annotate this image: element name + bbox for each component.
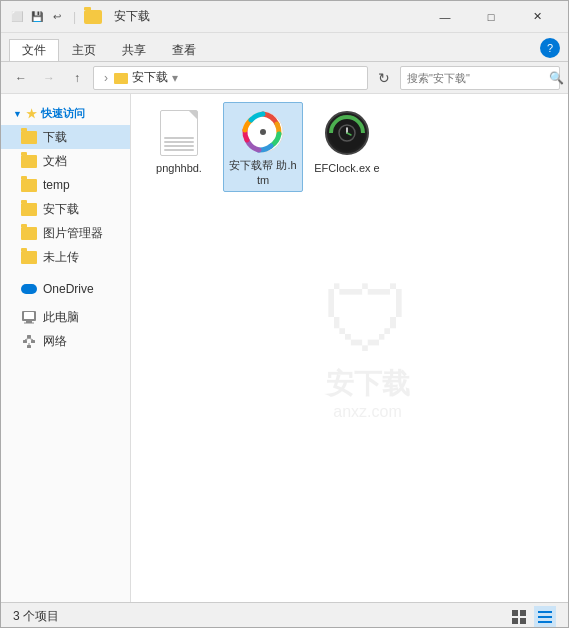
svg-rect-5 — [23, 340, 27, 343]
path-end-chevron: ▾ — [172, 71, 178, 85]
svg-rect-18 — [520, 610, 526, 616]
quick-access-star: ★ — [26, 107, 37, 121]
window-controls[interactable]: — □ ✕ — [422, 1, 560, 33]
sidebar-item-network[interactable]: 网络 — [1, 329, 130, 353]
sidebar-item-thispc[interactable]: 此电脑 — [1, 305, 130, 329]
sidebar-item-network-label: 网络 — [43, 333, 67, 350]
svg-rect-7 — [27, 345, 31, 348]
file-label-efclock: EFClock.ex e — [314, 161, 379, 175]
ribbon-tabs: 文件 主页 共享 查看 ? — [1, 33, 568, 61]
tab-home[interactable]: 主页 — [59, 39, 109, 61]
sidebar-item-thispc-label: 此电脑 — [43, 309, 79, 326]
address-path[interactable]: › 安下载 ▾ — [93, 66, 368, 90]
new-window-icon: ⬜ — [9, 9, 25, 25]
path-chevron: › — [104, 71, 108, 85]
save-icon: 💾 — [29, 9, 45, 25]
status-bar: 3 个项目 — [1, 602, 568, 628]
sidebar-item-anxz-label: 安下载 — [43, 201, 79, 218]
sidebar-item-temp-label: temp — [43, 178, 70, 192]
quick-access-chevron: ▼ — [13, 109, 22, 119]
svg-rect-19 — [512, 618, 518, 624]
sidebar-item-documents[interactable]: 文档 — [1, 149, 130, 173]
tab-view[interactable]: 查看 — [159, 39, 209, 61]
folder-icon-anxz — [21, 203, 37, 216]
search-input[interactable] — [407, 72, 545, 84]
sidebar-item-anxz[interactable]: 安下载 — [1, 197, 130, 221]
refresh-button[interactable]: ↻ — [372, 66, 396, 90]
file-item-pnghhbd[interactable]: pnghhbd. — [139, 102, 219, 192]
up-button[interactable]: ↑ — [65, 66, 89, 90]
file-icon-htm — [239, 109, 287, 154]
forward-button[interactable]: → — [37, 66, 61, 90]
folder-icon-upload — [21, 251, 37, 264]
svg-rect-21 — [538, 611, 552, 613]
sidebar-item-imgmgr[interactable]: 图片管理器 — [1, 221, 130, 245]
file-item-efclock[interactable]: EFClock.ex e — [307, 102, 387, 192]
tab-share[interactable]: 共享 — [109, 39, 159, 61]
svg-rect-4 — [27, 335, 31, 338]
svg-rect-22 — [538, 616, 552, 618]
title-bar-icons: ⬜ 💾 ↩ | — [9, 9, 102, 25]
sidebar-item-temp[interactable]: temp — [1, 173, 130, 197]
minimize-button[interactable]: — — [422, 1, 468, 33]
main-content: ▼ ★ 快速访问 下载 文档 temp 安下载 图片管理器 未上传 — [1, 94, 568, 602]
file-label-pnghhbd: pnghhbd. — [156, 161, 202, 175]
back-button[interactable]: ← — [9, 66, 33, 90]
sidebar-item-upload-label: 未上传 — [43, 249, 79, 266]
tab-file[interactable]: 文件 — [9, 39, 59, 61]
doc-icon — [160, 110, 198, 156]
file-label-htm: 安下载帮 助.htm — [228, 158, 298, 187]
help-button[interactable]: ? — [540, 38, 560, 58]
folder-icon-download — [21, 131, 37, 144]
path-label: 安下载 — [132, 69, 168, 86]
sidebar-item-imgmgr-label: 图片管理器 — [43, 225, 103, 242]
file-item-htm[interactable]: 安下载帮 助.htm — [223, 102, 303, 192]
view-icons — [508, 606, 556, 628]
doc-line-1 — [164, 137, 194, 139]
watermark: 🛡 安下载 anxz.com — [323, 275, 413, 421]
svg-line-8 — [25, 338, 29, 340]
quick-access-label: 快速访问 — [41, 106, 85, 121]
sidebar: ▼ ★ 快速访问 下载 文档 temp 安下载 图片管理器 未上传 — [1, 94, 131, 602]
sidebar-item-download[interactable]: 下载 — [1, 125, 130, 149]
title-text: 安下载 — [114, 8, 422, 25]
svg-rect-6 — [31, 340, 35, 343]
svg-line-9 — [29, 338, 33, 340]
svg-rect-1 — [24, 312, 34, 319]
maximize-button[interactable]: □ — [468, 1, 514, 33]
ribbon: 文件 主页 共享 查看 ? — [1, 33, 568, 62]
svg-rect-23 — [538, 621, 552, 623]
efclock-arc — [325, 111, 369, 155]
folder-icon — [84, 10, 102, 24]
quick-access-header[interactable]: ▼ ★ 快速访问 — [1, 102, 130, 125]
efclock-circle-icon — [325, 111, 369, 155]
list-view-icon — [537, 609, 553, 625]
doc-line-4 — [164, 149, 194, 151]
search-icon: 🔍 — [549, 71, 564, 85]
doc-line-2 — [164, 141, 194, 143]
view-list-button[interactable] — [534, 606, 556, 628]
file-area: 🛡 安下载 anxz.com pnghhbd. — [131, 94, 568, 602]
folder-icon-documents — [21, 155, 37, 168]
search-box[interactable]: 🔍 — [400, 66, 560, 90]
doc-line-3 — [164, 145, 194, 147]
undo-icon: ↩ — [49, 9, 65, 25]
folder-path-icon — [114, 71, 128, 85]
svg-rect-17 — [512, 610, 518, 616]
sidebar-item-documents-label: 文档 — [43, 153, 67, 170]
onedrive-icon — [21, 284, 37, 294]
sidebar-item-download-label: 下载 — [43, 129, 67, 146]
folder-icon-temp — [21, 179, 37, 192]
sidebar-item-onedrive-label: OneDrive — [43, 282, 94, 296]
network-icon — [21, 334, 37, 348]
address-bar: ← → ↑ › 安下载 ▾ ↻ 🔍 — [1, 62, 568, 94]
view-grid-button[interactable] — [508, 606, 530, 628]
watermark-text-zh: 安下载 — [323, 365, 413, 403]
watermark-text-en: anxz.com — [323, 403, 413, 421]
watermark-bag-icon: 🛡 — [323, 275, 413, 365]
htm-svg-icon — [241, 110, 285, 154]
sidebar-item-upload[interactable]: 未上传 — [1, 245, 130, 269]
grid-view-icon — [511, 609, 527, 625]
close-button[interactable]: ✕ — [514, 1, 560, 33]
sidebar-item-onedrive[interactable]: OneDrive — [1, 277, 130, 301]
